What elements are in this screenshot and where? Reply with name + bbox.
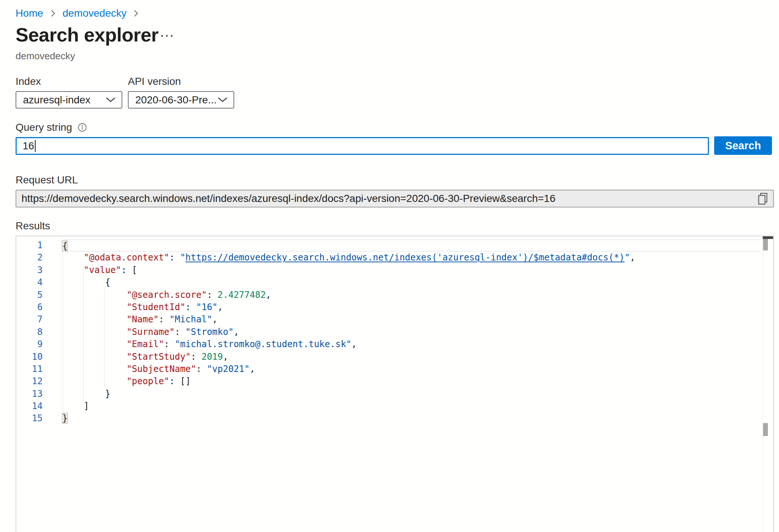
request-url-label: Request URL: [16, 174, 78, 186]
page-title: Search explorer: [16, 24, 159, 46]
query-string-label: Query string: [16, 122, 72, 133]
scrollbar-top-decoration: [763, 236, 773, 239]
odata-context-link[interactable]: https://demovedecky.search.windows.net/i…: [185, 252, 624, 263]
page-subtitle: demovedecky: [16, 50, 75, 62]
line-number: 12: [16, 375, 43, 388]
search-button[interactable]: Search: [714, 136, 772, 155]
line-number: 3: [16, 264, 43, 276]
results-label: Results: [16, 220, 50, 232]
code-line[interactable]: "Email": "michal.stromko@.student.tuke.s…: [62, 338, 760, 350]
line-number: 2: [16, 252, 43, 264]
line-number: 7: [16, 313, 43, 326]
code-line[interactable]: "value": [: [62, 264, 760, 276]
code-line[interactable]: "SubjectName": "vp2021",: [62, 363, 760, 375]
line-number: 8: [16, 326, 43, 338]
chevron-down-icon: [218, 97, 228, 103]
index-dropdown[interactable]: azuresql-index: [16, 91, 122, 109]
code-line[interactable]: "StudentId": "16",: [62, 301, 760, 313]
line-number: 9: [16, 338, 43, 350]
breadcrumb-service-link[interactable]: demovedecky: [63, 7, 127, 19]
line-number: 15: [16, 412, 43, 425]
breadcrumb-home-link[interactable]: Home: [16, 7, 43, 19]
query-input-value: 16: [23, 140, 34, 152]
line-number: 10: [16, 351, 43, 363]
code-line[interactable]: "Surname": "Stromko",: [62, 326, 760, 338]
panel-scrollbar-thumb[interactable]: [763, 423, 768, 436]
line-number: 5: [16, 289, 43, 301]
api-version-label: API version: [128, 76, 181, 87]
line-number: 1: [16, 239, 43, 252]
info-icon[interactable]: [77, 123, 87, 132]
code-line[interactable]: }: [62, 412, 760, 425]
results-json-editor[interactable]: 123456789101112131415 { "@odata.context"…: [16, 236, 774, 532]
request-url-value: https://demovedecky.search.windows.net/i…: [21, 193, 556, 205]
index-dropdown-value: azuresql-index: [23, 94, 90, 106]
scrollbar-track: [763, 236, 763, 532]
editor-code: { "@odata.context": "https://demovedecky…: [62, 239, 760, 425]
index-label: Index: [16, 76, 41, 87]
text-caret: [35, 140, 36, 152]
code-line[interactable]: }: [62, 388, 760, 400]
request-url-field: https://demovedecky.search.windows.net/i…: [16, 190, 774, 207]
code-line[interactable]: "Name": "Michal",: [62, 313, 760, 326]
query-string-label-row: Query string: [16, 122, 87, 133]
chevron-down-icon: [106, 97, 116, 103]
query-input[interactable]: 16: [16, 137, 709, 155]
copy-icon[interactable]: [757, 192, 769, 206]
editor-scrollbar-thumb[interactable]: [763, 239, 768, 250]
code-line[interactable]: {: [62, 276, 760, 289]
search-explorer-page: Home demovedecky Search explorer ··· dem…: [0, 0, 779, 532]
api-version-dropdown[interactable]: 2020-06-30-Pre...: [128, 91, 234, 109]
line-number: 11: [16, 363, 43, 375]
code-line[interactable]: "@search.score": 2.4277482,: [62, 289, 760, 301]
api-version-dropdown-value: 2020-06-30-Pre...: [135, 94, 216, 106]
editor-gutter: 123456789101112131415: [16, 239, 43, 425]
code-line[interactable]: ]: [62, 400, 760, 412]
line-number: 14: [16, 400, 43, 412]
code-line[interactable]: "StartStudy": 2019,: [62, 351, 760, 363]
line-number: 13: [16, 388, 43, 400]
line-number: 6: [16, 301, 43, 313]
code-line[interactable]: {: [62, 239, 760, 252]
breadcrumb: Home demovedecky: [16, 7, 139, 19]
context-menu-button[interactable]: ···: [160, 30, 175, 42]
line-number: 4: [16, 276, 43, 289]
chevron-right-icon: [133, 9, 139, 18]
code-line[interactable]: "@odata.context": "https://demovedecky.s…: [62, 252, 760, 264]
chevron-right-icon: [50, 9, 56, 18]
code-line[interactable]: "people": []: [62, 375, 760, 388]
